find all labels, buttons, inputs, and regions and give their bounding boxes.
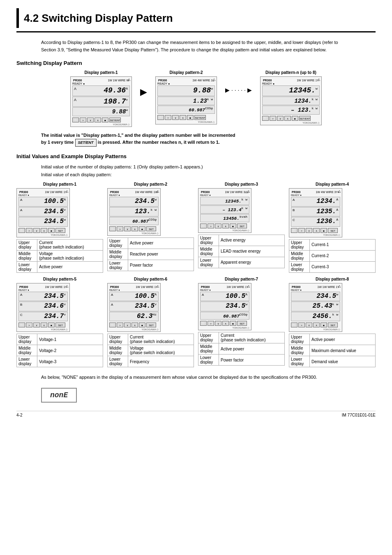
btn6-pn[interactable]: SET/ENT — [299, 116, 311, 121]
ready-label-pn: READY ● — [262, 82, 320, 85]
row-upper-p6: Upperdisplay Current(phase switch indica… — [108, 334, 194, 345]
b2-g3[interactable]: > — [208, 223, 214, 228]
btn4-p2[interactable]: ∧ — [180, 115, 186, 120]
label-low-p4: Lowerdisplay — [289, 261, 310, 272]
b6-g8[interactable]: SET — [328, 322, 338, 327]
b1-g2[interactable]: ⬜ — [109, 226, 116, 231]
btn1-p2[interactable]: ⬜ — [157, 115, 164, 120]
buttons-pn: ⬜ > ∨ ∧ ■ SET/ENT — [262, 116, 320, 121]
yoko-g5: YOKOGAWA ◇ — [18, 328, 68, 331]
lcd-low-g3: 13456.kvah — [200, 214, 249, 222]
section-initial: Initial Values and Example Display Patte… — [16, 153, 376, 403]
val-low-p5: Voltage-3 — [37, 356, 103, 367]
b1-g4[interactable]: ⬜ — [291, 228, 297, 233]
b2-g1[interactable]: > — [26, 228, 32, 233]
btn6-p1[interactable]: SET/ENT — [109, 117, 121, 122]
b6-g3[interactable]: SET — [237, 223, 247, 228]
device-grid-p5: △ PR3001W 1W WIRE 1Y READY ● A 234.5v B … — [16, 283, 70, 332]
label-mid-p6: Middledisplay — [108, 345, 128, 356]
b6-g1[interactable]: SET — [55, 228, 65, 233]
b3-g5[interactable]: ∨ — [33, 322, 40, 327]
b5-g2[interactable]: ■ — [139, 226, 145, 231]
val-mid-p4: Current-2 — [310, 250, 376, 261]
btn3-pn[interactable]: ∨ — [277, 116, 284, 121]
b2-g8[interactable]: > — [298, 322, 305, 327]
section2-title: Initial Values and Example Display Patte… — [16, 153, 376, 159]
hdr-g4: PR3001W 4W WIRE 3Y4 — [291, 190, 340, 194]
b4-g5[interactable]: ∧ — [41, 322, 47, 327]
none-display: nonE — [41, 388, 376, 403]
b4-g6[interactable]: ∧ — [131, 322, 138, 327]
page-title: 4.2 Switching Display Pattern — [24, 12, 173, 25]
b2-g6[interactable]: > — [117, 322, 123, 327]
btn2-p2[interactable]: > — [165, 115, 171, 120]
b4-g7[interactable]: ∧ — [222, 321, 229, 326]
b2-g7[interactable]: > — [208, 321, 214, 326]
lcd-low-g7: 60.987COSφ — [200, 312, 249, 320]
b3-g3[interactable]: ∨ — [215, 223, 221, 228]
b4-g2[interactable]: ∧ — [131, 226, 138, 231]
btn3-p1[interactable]: ∨ — [87, 117, 94, 122]
pr300-logo-p2: PR300 — [158, 79, 167, 82]
pattern-8-label: Display pattern-8 — [289, 277, 376, 281]
btn4-p1[interactable]: ∧ — [95, 117, 101, 122]
b5-g6[interactable]: ■ — [139, 322, 145, 327]
b6-g5[interactable]: SET — [55, 322, 65, 327]
b1-g6[interactable]: ⬜ — [109, 322, 116, 327]
b4-g3[interactable]: ∧ — [222, 223, 229, 228]
row-mid-p5: Middledisplay Voltage-2 — [17, 345, 103, 356]
btn1-p1[interactable]: ⬜ — [72, 117, 79, 122]
btn5-p2[interactable]: ■ — [187, 115, 194, 120]
b5-g7[interactable]: ■ — [230, 321, 236, 326]
bold-note-line3: is pressed. After the number reaches n, … — [98, 140, 220, 145]
b1-g1[interactable]: ⬜ — [18, 228, 25, 233]
btn2-pn[interactable]: > — [270, 116, 276, 121]
yoko-g7: YOKOGAWA ◇ — [200, 326, 249, 329]
btn2-p1[interactable]: > — [80, 117, 86, 122]
btn1-pn[interactable]: ⬜ — [262, 116, 269, 121]
ready-g3: READY ● — [200, 194, 249, 196]
b1-g3[interactable]: ⬜ — [200, 223, 207, 228]
b6-g2[interactable]: SET — [146, 226, 156, 231]
btn5-pn[interactable]: ■ — [292, 116, 298, 121]
b5-g4[interactable]: ■ — [321, 228, 327, 233]
b5-g8[interactable]: ■ — [321, 322, 327, 327]
yoko-g3: YOKOGAWA ◇ — [200, 229, 249, 232]
b6-g7[interactable]: SET — [237, 321, 247, 326]
b5-g1[interactable]: ■ — [48, 228, 55, 233]
b1-g7[interactable]: ⬜ — [200, 321, 207, 326]
b3-g8[interactable]: ∨ — [306, 322, 312, 327]
patterns-grid: Display pattern-1 △ PR3001W 1W WIRE 1Y R… — [16, 182, 376, 367]
b1-g8[interactable]: ⬜ — [291, 322, 297, 327]
b4-g1[interactable]: ∧ — [41, 228, 47, 233]
row-mid-p4: Middledisplay Current-2 — [289, 250, 376, 261]
b3-g1[interactable]: ∨ — [33, 228, 40, 233]
alarm-g6: △ — [157, 284, 159, 288]
b6-g4[interactable]: SET — [328, 228, 338, 233]
b3-g6[interactable]: ∨ — [124, 322, 131, 327]
pattern-cell-5: Display pattern-5 △ PR3001W 1W WIRE 1Y R… — [16, 277, 103, 368]
b4-g4[interactable]: ∧ — [313, 228, 320, 233]
b2-g2[interactable]: > — [117, 226, 123, 231]
hdr-g7: PR3001W 1W WIRE 1Y — [200, 285, 249, 289]
b1-g5[interactable]: ⬜ — [18, 322, 25, 327]
b3-g7[interactable]: ∨ — [215, 321, 221, 326]
alarm-icon-p1: △ — [128, 78, 130, 81]
b6-g6[interactable]: SET — [146, 322, 156, 327]
b3-g4[interactable]: ∨ — [306, 228, 312, 233]
btn3-p2[interactable]: ∨ — [172, 115, 179, 120]
val-mid-p5: Voltage-2 — [37, 345, 103, 356]
b2-g5[interactable]: > — [26, 322, 32, 327]
row-mid-p1: Middledisplay Voltage(phase switch indic… — [17, 250, 103, 261]
btn5-p1[interactable]: ■ — [102, 117, 108, 122]
b3-g2[interactable]: ∨ — [124, 226, 131, 231]
lcd-upper-p1: A 49.36A — [72, 85, 130, 96]
b4-g8[interactable]: ∧ — [313, 322, 320, 327]
yokogawa-p2: YOKOGAWA ◇ — [157, 120, 215, 123]
b2-g4[interactable]: > — [298, 228, 305, 233]
yoko-g1: YOKOGAWA ◇ — [18, 233, 68, 236]
b5-g5[interactable]: ■ — [48, 322, 55, 327]
b5-g3[interactable]: ■ — [230, 223, 236, 228]
btn6-p2[interactable]: SET/ENT — [194, 115, 206, 120]
btn4-pn[interactable]: ∧ — [284, 116, 291, 121]
